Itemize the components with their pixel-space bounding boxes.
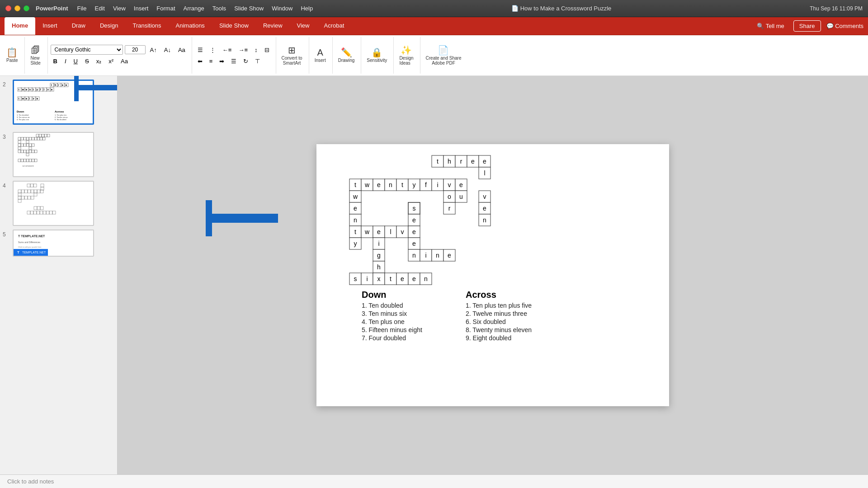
- adobe-pdf-button[interactable]: 📄 Create and ShareAdobe PDF: [423, 44, 464, 67]
- tab-acrobat[interactable]: Acrobat: [317, 17, 352, 35]
- align-right-button[interactable]: ➡: [217, 56, 227, 66]
- slide-item-4[interactable]: 4: [3, 181, 114, 226]
- tab-review[interactable]: Review: [256, 17, 290, 35]
- paste-button[interactable]: 📋 Paste: [4, 46, 21, 65]
- slide-thumb-3-inner: s i x t e e n: [14, 133, 93, 176]
- notes-bar[interactable]: Click to add notes: [0, 474, 868, 488]
- slide-thumb-3[interactable]: s i x t e e n: [13, 132, 94, 177]
- new-slide-button[interactable]: 🗐 NewSlide: [28, 44, 44, 67]
- align-left-button[interactable]: ⬅: [195, 56, 205, 66]
- smartart-group: ⊞ Convert toSmartArt: [279, 37, 309, 74]
- svg-text:u: u: [459, 193, 463, 200]
- svg-text:s i x t e e n: s i x t e e n: [23, 164, 33, 167]
- indent-increase-button[interactable]: →≡: [236, 45, 250, 55]
- bullets-button[interactable]: ☰: [195, 45, 206, 55]
- italic-button[interactable]: I: [62, 56, 69, 66]
- tab-insert[interactable]: Insert: [35, 17, 65, 35]
- svg-text:6. Six doubled: 6. Six doubled: [55, 118, 66, 121]
- slide-thumb-5[interactable]: T TEMPLATE.NET Sums and Differences Clic…: [13, 230, 94, 257]
- menu-view[interactable]: View: [113, 5, 126, 12]
- svg-text:t: t: [401, 181, 403, 188]
- minimize-button[interactable]: [14, 5, 20, 11]
- tab-view[interactable]: View: [290, 17, 317, 35]
- decrease-font-button[interactable]: A↓: [161, 45, 174, 55]
- subscript-button[interactable]: x₂: [94, 56, 104, 66]
- document-title: 📄 How to Make a Crosssword Puzzle: [313, 5, 810, 12]
- text-align-button[interactable]: ⊤: [252, 56, 263, 66]
- datetime: Thu Sep 16 11:09 PM: [810, 5, 863, 12]
- clear-format-button[interactable]: Aa: [175, 45, 188, 55]
- line-spacing-button[interactable]: ↕: [252, 45, 260, 55]
- svg-text:w: w: [22, 97, 24, 100]
- slide-item-3[interactable]: 3: [3, 132, 114, 177]
- menu-tools[interactable]: Tools: [212, 5, 226, 12]
- slide-item-2[interactable]: 2 t h r e e: [3, 80, 114, 125]
- tab-animations[interactable]: Animations: [169, 17, 212, 35]
- indent-decrease-button[interactable]: ←≡: [220, 45, 235, 55]
- slide-thumb-2-inner: t h r e e t w e n t y f: [14, 81, 93, 123]
- convert-smartart-button[interactable]: ⊞ Convert toSmartArt: [279, 44, 305, 67]
- svg-text:e: e: [354, 205, 357, 212]
- tab-home[interactable]: Home: [5, 17, 35, 35]
- tab-design[interactable]: Design: [93, 17, 125, 35]
- svg-text:n: n: [424, 275, 428, 282]
- insert-button[interactable]: A Insert: [312, 46, 329, 65]
- menu-format[interactable]: Format: [156, 5, 175, 12]
- bold-button[interactable]: B: [51, 56, 60, 66]
- svg-text:n: n: [354, 216, 357, 224]
- font-size-input[interactable]: [125, 45, 146, 54]
- justify-button[interactable]: ☰: [228, 56, 239, 66]
- maximize-button[interactable]: [24, 5, 29, 11]
- menu-window[interactable]: Window: [272, 5, 292, 12]
- font-case-button[interactable]: Aa: [118, 56, 131, 66]
- menu-slideshow[interactable]: Slide Show: [234, 5, 264, 12]
- svg-text:t: t: [354, 228, 356, 235]
- menu-edit[interactable]: Edit: [94, 5, 104, 12]
- columns-button[interactable]: ⊟: [262, 45, 272, 55]
- svg-text:e: e: [377, 228, 381, 235]
- tab-transitions[interactable]: Transitions: [125, 17, 168, 35]
- svg-text:n: n: [412, 252, 416, 259]
- menu-insert[interactable]: Insert: [134, 5, 149, 12]
- blue-arrow-annotation: [316, 246, 326, 277]
- menu-file[interactable]: File: [77, 5, 87, 12]
- menu-arrange[interactable]: Arrange: [184, 5, 204, 12]
- tab-slideshow[interactable]: Slide Show: [212, 17, 256, 35]
- slide-thumb-4[interactable]: [13, 181, 94, 226]
- slide-item-5[interactable]: 5 T TEMPLATE.NET Sums and Differences Cl…: [3, 230, 114, 257]
- svg-text:y: y: [413, 181, 416, 188]
- drawing-group: ✏️ Drawing: [335, 37, 362, 74]
- text-direction-button[interactable]: ↻: [241, 56, 251, 66]
- slide-canvas[interactable]: t h r e e l t w e n t y: [316, 144, 669, 406]
- slide-number-3: 3: [3, 134, 10, 140]
- superscript-button[interactable]: x²: [106, 56, 116, 66]
- slide-thumb-2[interactable]: t h r e e t w e n t y f: [13, 80, 94, 125]
- svg-text:4. Ten plus one: 4. Ten plus one: [362, 318, 405, 325]
- increase-font-button[interactable]: A↑: [147, 45, 160, 55]
- svg-text:g: g: [377, 252, 381, 259]
- tab-draw[interactable]: Draw: [65, 17, 93, 35]
- align-center-button[interactable]: ≡: [207, 56, 216, 66]
- svg-text:w: w: [353, 193, 358, 200]
- menu-help[interactable]: Help: [301, 5, 313, 12]
- strikethrough-button[interactable]: S: [82, 56, 92, 66]
- close-button[interactable]: [5, 5, 11, 11]
- svg-text:1. Ten doubled: 1. Ten doubled: [362, 302, 403, 309]
- svg-text:e: e: [412, 275, 416, 282]
- font-name-select[interactable]: Century Gothic: [51, 45, 123, 55]
- share-button[interactable]: Share: [793, 20, 821, 32]
- svg-text:l: l: [29, 97, 30, 100]
- drawing-button[interactable]: ✏️ Drawing: [335, 46, 358, 65]
- svg-text:e: e: [448, 252, 451, 259]
- svg-text:w: w: [22, 88, 24, 91]
- design-ideas-button[interactable]: ✨ DesignIdeas: [396, 44, 416, 67]
- notes-placeholder[interactable]: Click to add notes: [7, 478, 54, 485]
- numbering-button[interactable]: ⋮: [207, 45, 218, 55]
- underline-button[interactable]: U: [71, 56, 80, 66]
- comments-button[interactable]: 💬 Comments: [826, 23, 863, 29]
- sensitivity-button[interactable]: 🔒 Sensitivity: [364, 46, 390, 65]
- svg-text:5. Fifteen minus eight: 5. Fifteen minus eight: [362, 326, 422, 333]
- tell-me[interactable]: 🔍 Tell me: [757, 23, 784, 29]
- svg-text:w: w: [364, 228, 370, 235]
- title-bar: PowerPoint File Edit View Insert Format …: [0, 0, 868, 17]
